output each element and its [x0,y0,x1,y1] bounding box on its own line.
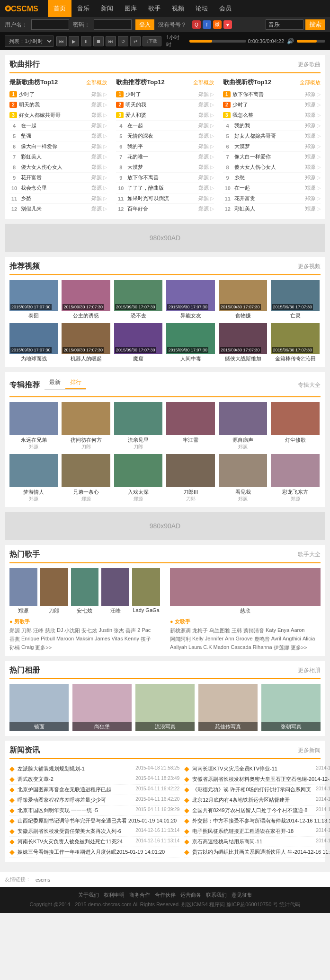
singer-item[interactable]: 刀郎 [40,568,68,614]
song-title[interactable]: 在一起 [125,122,194,129]
photos-more[interactable]: 更多相册 [298,666,321,674]
footer-nav-link[interactable]: 意见征集 [232,892,252,899]
nav-video[interactable]: 视频 [166,0,190,17]
news-title[interactable]: 山西纪委原副书记调等书年完开登与全通已共看 2015-01-19 14:01:2… [18,817,177,824]
news-more[interactable]: 更多新闻 [298,746,321,754]
album-tab[interactable]: 最新 [45,376,65,389]
song-play-icon[interactable]: ▷ [210,143,214,149]
video-item[interactable]: 2015/09/30 17:07:30 为地球而战 [9,323,58,362]
song-play-icon[interactable]: ▷ [317,164,321,170]
nav-member[interactable]: 会员 [214,0,237,17]
singer-link[interactable]: Enrique [21,636,39,643]
song-title[interactable]: 在一起 [232,184,301,192]
song-title[interactable]: 好女人都嫁共哥哥 [232,132,301,140]
video-item[interactable]: 2015/09/30 17:07:30 赌侠大战斯维加 [219,323,267,362]
singer-link[interactable]: Jennifer [205,636,223,643]
song-play-icon[interactable]: ▷ [103,91,107,97]
footer-nav-link[interactable]: 权利申明 [104,892,125,899]
song-play-icon[interactable]: ▷ [103,195,107,201]
song-title[interactable]: 放下你不离善 [231,91,301,98]
rankings-more[interactable]: 更多歌曲 [298,61,321,69]
song-play-icon[interactable]: ▷ [317,102,321,108]
news-title[interactable]: 《彩德元功》诶 许开相0场的打行供打示问合系网页 [192,786,313,793]
footer-nav-link[interactable]: 联系我们 [206,892,227,899]
song-title[interactable]: 少时了 [124,91,194,98]
login-button[interactable]: 登入 [135,19,154,30]
repeat-button[interactable]: ↺ [118,36,128,46]
news-title[interactable]: 京石高速经桃马结用乐商问-11 [192,838,313,845]
singer-link[interactable]: Groove [236,636,253,643]
song-title[interactable]: 无情的深夜 [125,132,194,140]
video-item[interactable]: 2015/09/30 17:07:30 机器人的崛起 [62,323,110,362]
album-item[interactable]: 彩龙飞东方 郑源 [271,454,319,502]
song-title[interactable]: 明天的我 [124,101,194,108]
singer-link[interactable]: Kelly [192,636,204,643]
album-item[interactable]: 刀郎III 刀郎 [166,454,214,502]
singer-link[interactable]: 张杰 [114,627,124,634]
singer-link[interactable]: 萧捎清音 [243,627,264,634]
song-play-icon[interactable]: ▷ [210,164,214,170]
singers-more[interactable]: 歌手大全 [298,551,321,559]
song-play-icon[interactable]: ▷ [210,175,214,181]
news-title[interactable]: 北京市国区剑明年实现 一一一统 -5 [18,807,133,814]
news-title[interactable]: 调式改变文章-2 [18,776,133,783]
singer-item[interactable]: Lady GaGa [132,568,160,614]
register-link[interactable]: 没有号号？ [158,21,187,29]
shuffle-button[interactable]: ⇄ [130,36,141,46]
album-item[interactable]: 兄弟一条心 郑源 [62,454,110,502]
singer-link[interactable]: Justin [98,627,112,634]
song-title[interactable]: 彩虹美人 [232,205,301,212]
video-item[interactable]: 2015/09/30 17:07:30 人间中毒 [166,323,214,362]
song-play-icon[interactable]: ▷ [210,185,214,191]
song-play-icon[interactable]: ▷ [103,175,107,181]
news-title[interactable]: 安徽原副省长校发受责任荣美大案再次入列-6 [18,828,133,835]
song-title[interactable]: 傻大女人伤心女人 [19,164,88,171]
song-title[interactable]: 我的我 [232,122,301,129]
song-play-icon[interactable]: ▷ [317,206,321,212]
song-title[interactable]: 像大白一样爱你 [19,143,88,150]
album-item[interactable]: 牢江雪 [166,402,214,450]
singer-link[interactable]: 龙梅子 [192,627,208,634]
song-play-icon[interactable]: ▷ [210,206,214,212]
album-item[interactable]: 看见我 郑源 [219,454,267,502]
song-play-icon[interactable]: ▷ [103,154,107,160]
song-play-icon[interactable]: ▷ [103,112,107,118]
video-item[interactable]: 2015/09/30 17:07:30 公主的诱惑 [62,280,110,319]
singer-link[interactable]: Cascada [231,644,251,651]
footer-friend-link[interactable]: cscms [36,877,50,883]
singer-link[interactable]: 刀郎 [21,627,32,634]
singer-item[interactable]: 慈欣 [170,568,321,614]
news-title[interactable]: 北京12月底内有4条地铁新运营区站督建开 [192,796,313,804]
news-title[interactable]: 左派脸大辅装规划规划规划-1 [18,765,133,772]
singer-link[interactable]: Avril [271,636,281,643]
footer-nav-link[interactable]: 关于我们 [78,892,99,899]
song-play-icon[interactable]: ▷ [317,91,321,97]
song-title[interactable]: 别假儿来 [19,205,88,212]
album-item[interactable]: 入戏太深 郑源 [114,454,162,502]
singer-link[interactable]: Aaliyah [170,644,187,651]
username-input[interactable] [31,19,69,30]
singer-link[interactable]: 香蕉 [9,636,20,643]
video-item[interactable]: 2015/09/30 17:07:30 泰囧 [9,280,58,319]
nav-singers[interactable]: 歌手 [143,0,166,17]
song-play-icon[interactable]: ▷ [103,143,107,149]
singer-link[interactable]: Rihanna [253,644,272,651]
videos-more[interactable]: 更多视频 [298,262,321,271]
song-play-icon[interactable]: ▷ [103,133,107,139]
singer-link[interactable]: 2 Pac [137,627,151,634]
nav-news[interactable]: 新闻 [95,0,119,17]
song-play-icon[interactable]: ▷ [317,112,321,118]
play-button[interactable]: ▶ [69,36,79,46]
singer-link[interactable]: 孙楠 [9,644,20,651]
song-play-icon[interactable]: ▷ [317,175,321,181]
song-play-icon[interactable]: ▷ [210,102,214,108]
singer-link[interactable]: Craig [21,644,34,651]
singer-link[interactable]: 阿闻阿利 [170,636,191,643]
video-item[interactable]: 2015/09/30 17:07:30 恐不去 [114,280,162,319]
singer-link[interactable]: Maroon [56,636,74,643]
search-input[interactable] [266,19,303,30]
song-title[interactable]: 花的唯一 [125,153,194,160]
song-title[interactable]: 我的平 [125,143,194,150]
photo-item[interactable]: 尚独堡 [72,684,132,731]
video-item[interactable]: 2015/09/30 17:07:30 异能女友 [166,280,214,319]
